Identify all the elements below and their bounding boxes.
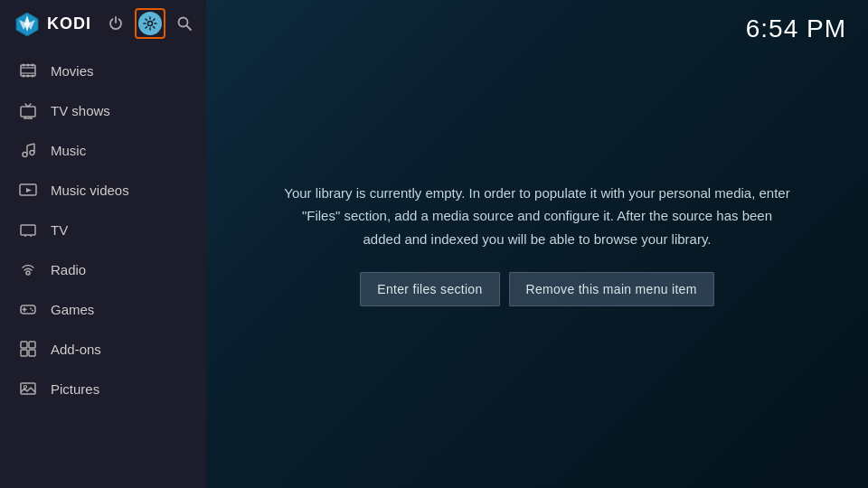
svg-rect-29 [21, 225, 35, 235]
gear-circle [138, 12, 162, 35]
action-buttons: Enter files section Remove this main men… [284, 272, 790, 306]
pictures-label: Pictures [51, 381, 99, 397]
svg-point-37 [30, 308, 32, 310]
svg-point-12 [27, 75, 30, 78]
empty-library-message: Your library is currently empty. In orde… [284, 182, 790, 251]
search-icon [176, 15, 193, 32]
svg-point-11 [23, 75, 25, 78]
games-icon [18, 299, 38, 319]
search-button[interactable] [169, 8, 200, 39]
settings-button[interactable] [135, 8, 165, 39]
movies-icon [18, 61, 38, 80]
sidebar-item-tvshows[interactable]: TV shows [0, 90, 206, 130]
movies-label: Movies [51, 63, 94, 79]
tv-label: TV [51, 222, 68, 238]
kodi-logo-icon [14, 11, 40, 36]
sidebar-item-musicvideos[interactable]: Music videos [0, 170, 206, 210]
musicvideos-label: Music videos [51, 183, 129, 198]
svg-point-38 [32, 310, 33, 312]
musicvideos-icon [18, 180, 38, 200]
addons-icon [18, 339, 38, 359]
pictures-icon [18, 379, 38, 399]
svg-rect-41 [21, 350, 27, 356]
games-label: Games [51, 302, 94, 317]
kodi-logo: KODI [14, 11, 91, 36]
sidebar-item-tv[interactable]: TV [0, 210, 206, 249]
radio-label: Radio [51, 262, 86, 277]
svg-rect-16 [21, 107, 35, 117]
svg-point-44 [24, 386, 27, 389]
main-content: 6:54 PM Your library is currently empty.… [206, 0, 868, 488]
power-icon [108, 15, 124, 32]
sidebar-header: KODI [0, 0, 206, 47]
power-button[interactable] [100, 8, 131, 39]
svg-point-10 [32, 64, 34, 67]
tvshows-icon [18, 100, 38, 120]
svg-line-6 [187, 26, 192, 31]
svg-rect-7 [21, 65, 35, 76]
sidebar-item-music[interactable]: Music [0, 130, 206, 170]
addons-label: Add-ons [51, 342, 101, 357]
svg-point-33 [28, 273, 29, 274]
tv-icon [18, 220, 38, 239]
sidebar-item-radio[interactable]: Radio [0, 249, 206, 289]
time-display: 6:54 PM [746, 14, 846, 43]
svg-rect-39 [21, 342, 27, 348]
enter-files-button[interactable]: Enter files section [360, 272, 499, 306]
gear-icon [143, 16, 157, 31]
app-name: KODI [47, 14, 91, 33]
music-icon [18, 140, 38, 160]
header-icons [100, 8, 200, 39]
svg-marker-28 [26, 188, 32, 192]
svg-rect-40 [29, 342, 35, 348]
sidebar-item-pictures[interactable]: Pictures [0, 369, 206, 408]
sidebar: KODI [0, 0, 206, 488]
sidebar-item-games[interactable]: Games [0, 289, 206, 329]
sidebar-nav: Movies TV shows [0, 47, 206, 488]
svg-point-4 [148, 22, 153, 26]
remove-menu-item-button[interactable]: Remove this main menu item [509, 272, 714, 306]
tvshows-label: TV shows [51, 103, 110, 118]
svg-line-26 [27, 144, 34, 145]
svg-point-8 [23, 64, 25, 67]
empty-library-box: Your library is currently empty. In orde… [248, 155, 826, 334]
sidebar-item-movies[interactable]: Movies [0, 51, 206, 90]
radio-icon [18, 259, 38, 279]
svg-rect-42 [29, 350, 35, 356]
music-label: Music [51, 143, 86, 158]
svg-point-13 [32, 75, 34, 78]
svg-rect-43 [21, 383, 35, 394]
sidebar-item-addons[interactable]: Add-ons [0, 329, 206, 369]
svg-point-9 [27, 64, 30, 67]
